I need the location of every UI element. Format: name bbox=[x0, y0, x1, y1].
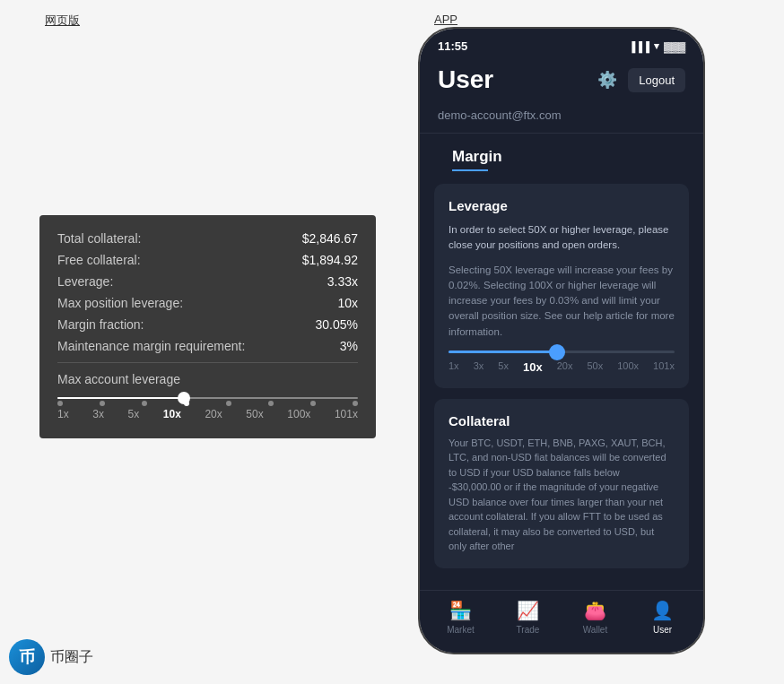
battery-icon: ▓▓▓ bbox=[664, 41, 685, 52]
app-slider-label-10x: 10x bbox=[523, 360, 543, 374]
slider-dot bbox=[57, 401, 63, 406]
app-title: User bbox=[438, 65, 493, 94]
app-leverage-slider[interactable] bbox=[449, 351, 675, 353]
leverage-title: Max account leverage bbox=[57, 372, 358, 386]
slider-label-20x: 20x bbox=[205, 408, 222, 420]
slider-label-5x: 5x bbox=[128, 408, 140, 420]
app-slider-label-100x: 100x bbox=[617, 360, 639, 374]
slider-thumb[interactable] bbox=[549, 344, 565, 360]
slider-label-3x: 3x bbox=[92, 408, 104, 420]
bottom-nav: 🏪 Market 📈 Trade 👛 Wallet 👤 User bbox=[420, 590, 703, 653]
web-panel: Total collateral: $2,846.67 Free collate… bbox=[39, 215, 376, 438]
status-bar: 11:55 ▐▐▐ ▾ ▓▓▓ bbox=[420, 29, 703, 58]
row-label: Total collateral: bbox=[57, 231, 141, 246]
logo-text: 币圈子 bbox=[50, 648, 93, 667]
row-label: Free collateral: bbox=[57, 253, 141, 267]
leverage-card: Leverage In order to select 50X or highe… bbox=[434, 184, 689, 388]
status-time: 11:55 bbox=[438, 39, 467, 53]
nav-item-market[interactable]: 🏪 Market bbox=[427, 600, 494, 635]
leverage-slider[interactable] bbox=[57, 397, 358, 399]
row-label: Max position leverage: bbox=[57, 296, 183, 310]
row-label: Leverage: bbox=[57, 274, 113, 289]
wifi-icon: ▾ bbox=[654, 40, 659, 52]
slider-label-101x: 101x bbox=[335, 408, 358, 420]
slider-label-100x: 100x bbox=[287, 408, 310, 420]
table-row: Leverage: 3.33x bbox=[57, 274, 358, 289]
table-row: Margin fraction: 30.05% bbox=[57, 317, 358, 332]
slider-fill bbox=[449, 351, 557, 353]
slider-dot bbox=[100, 401, 105, 406]
slider-label-10x: 10x bbox=[163, 408, 181, 420]
nav-label-wallet: Wallet bbox=[583, 625, 607, 635]
wallet-icon: 👛 bbox=[584, 600, 606, 621]
phone-frame: 11:55 ▐▐▐ ▾ ▓▓▓ User ⚙️ Logout demo-acco… bbox=[418, 27, 705, 654]
scrollable-content[interactable]: Margin Leverage In order to select 50X o… bbox=[420, 134, 703, 653]
gear-icon: ⚙️ bbox=[597, 71, 617, 89]
web-label: 网页版 bbox=[45, 13, 80, 29]
app-slider-label-50x: 50x bbox=[587, 360, 603, 374]
margin-title: Margin bbox=[452, 148, 671, 166]
table-row: Max position leverage: 10x bbox=[57, 296, 358, 310]
leverage-sub-text: Selecting 50X leverage will increase you… bbox=[449, 263, 675, 340]
slider-dot bbox=[310, 401, 316, 406]
phone-screen: 11:55 ▐▐▐ ▾ ▓▓▓ User ⚙️ Logout demo-acco… bbox=[420, 29, 703, 653]
row-value: $1,894.92 bbox=[302, 253, 358, 267]
app-slider-label-5x: 5x bbox=[498, 360, 509, 374]
nav-item-trade[interactable]: 📈 Trade bbox=[494, 600, 562, 635]
logout-button[interactable]: Logout bbox=[628, 68, 685, 92]
slider-label-50x: 50x bbox=[246, 408, 263, 420]
leverage-highlight-text: In order to select 50X or higher leverag… bbox=[449, 224, 668, 250]
row-value: 30.05% bbox=[316, 317, 358, 332]
row-label: Maintenance margin requirement: bbox=[57, 339, 245, 353]
nav-item-wallet[interactable]: 👛 Wallet bbox=[562, 600, 629, 635]
app-slider-label-101x: 101x bbox=[653, 360, 675, 374]
slider-dot bbox=[226, 401, 231, 406]
table-row: Total collateral: $2,846.67 bbox=[57, 231, 358, 246]
table-row: Free collateral: $1,894.92 bbox=[57, 253, 358, 267]
row-value: 3% bbox=[340, 339, 358, 353]
status-icons: ▐▐▐ ▾ ▓▓▓ bbox=[629, 40, 685, 52]
row-value: 10x bbox=[337, 296, 358, 310]
gear-button[interactable]: ⚙️ bbox=[597, 70, 617, 90]
header-right: ⚙️ Logout bbox=[597, 68, 685, 92]
nav-label-trade: Trade bbox=[517, 625, 540, 635]
collateral-title: Collateral bbox=[449, 413, 675, 429]
margin-section: Margin bbox=[434, 134, 689, 171]
table-row: Maintenance margin requirement: 3% bbox=[57, 339, 358, 353]
nav-label-market: Market bbox=[447, 625, 475, 635]
leverage-main-text: In order to select 50X or higher leverag… bbox=[449, 222, 675, 254]
app-slider-label-3x: 3x bbox=[474, 360, 484, 374]
user-icon: 👤 bbox=[651, 600, 674, 621]
app-header: User ⚙️ Logout bbox=[420, 58, 703, 105]
row-value: 3.33x bbox=[327, 274, 358, 289]
collateral-card: Collateral Your BTC, USDT, ETH, BNB, PAX… bbox=[434, 399, 689, 568]
app-slider-label-20x: 20x bbox=[557, 360, 573, 374]
app-slider-labels: 1x 3x 5x 10x 20x 50x 100x 101x bbox=[449, 360, 675, 374]
collateral-text: Your BTC, USDT, ETH, BNB, PAXG, XAUT, BC… bbox=[449, 436, 675, 554]
app-label: APP bbox=[434, 13, 457, 26]
nav-label-user: User bbox=[653, 625, 672, 635]
section-underline bbox=[452, 169, 488, 171]
market-icon: 🏪 bbox=[449, 600, 472, 621]
row-label: Margin fraction: bbox=[57, 317, 144, 332]
logo-icon: 币 bbox=[9, 639, 45, 675]
slider-label-1x: 1x bbox=[57, 408, 69, 420]
row-value: $2,846.67 bbox=[302, 231, 358, 246]
slider-dot bbox=[353, 401, 358, 406]
leverage-card-title: Leverage bbox=[449, 198, 675, 213]
slider-labels: 1x 3x 5x 10x 20x 50x 100x 101x bbox=[57, 408, 358, 420]
signal-icon: ▐▐▐ bbox=[629, 41, 649, 52]
user-email: demo-account@ftx.com bbox=[420, 105, 703, 134]
slider-dot bbox=[268, 401, 274, 406]
nav-item-user[interactable]: 👤 User bbox=[629, 600, 696, 635]
app-slider-label-1x: 1x bbox=[449, 360, 459, 374]
slider-dot bbox=[142, 401, 147, 406]
trade-icon: 📈 bbox=[517, 600, 539, 621]
logo-watermark: 币 币圈子 bbox=[9, 639, 93, 675]
